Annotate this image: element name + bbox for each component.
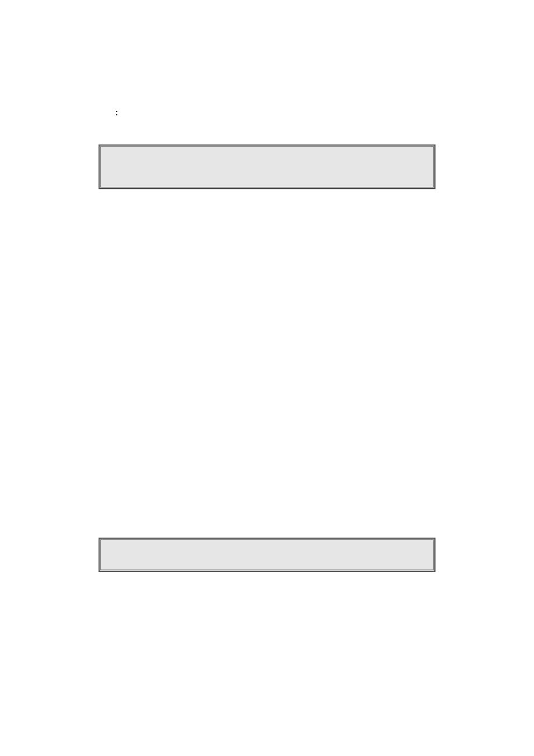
code-block-2 bbox=[99, 538, 435, 572]
document-page: : bbox=[0, 0, 534, 756]
code-block-1 bbox=[99, 144, 435, 189]
colon-mark: : bbox=[115, 109, 118, 116]
